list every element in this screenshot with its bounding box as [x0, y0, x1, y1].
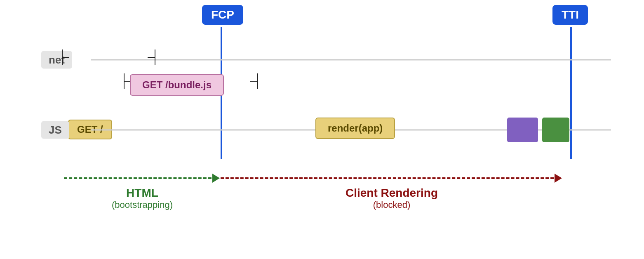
cr-label: Client Rendering (blocked): [223, 186, 561, 210]
tti-badge: TTI: [552, 5, 588, 25]
bracket-get-root-left-horiz: [62, 57, 69, 58]
bracket-bundle-right-horiz: [250, 81, 258, 82]
cr-label-main: Client Rendering: [223, 186, 561, 200]
cr-arrow-head: [555, 174, 562, 183]
get-bundle-bar: GET /bundle.js: [130, 74, 224, 96]
net-label: net: [41, 51, 72, 69]
cr-label-sub: (blocked): [223, 200, 561, 210]
net-row-line: [91, 59, 611, 61]
html-label-main: HTML: [64, 186, 221, 200]
net-row: net: [41, 41, 611, 78]
diagram: FCP TTI net GET / GET /bundle.js JS rend…: [0, 0, 644, 259]
js-label: JS: [41, 121, 69, 139]
render-app-bar: render(app): [315, 118, 395, 139]
html-label-sub: (bootstrapping): [64, 200, 221, 210]
cr-arrow-line: [221, 177, 559, 179]
html-arrow-line: [64, 177, 216, 179]
bracket-get-root-right-horiz: [148, 57, 155, 58]
html-arrow-head: [212, 174, 220, 183]
purple-box: [507, 118, 538, 142]
html-label: HTML (bootstrapping): [64, 186, 221, 210]
fcp-badge: FCP: [202, 5, 243, 25]
green-box: [542, 118, 569, 142]
